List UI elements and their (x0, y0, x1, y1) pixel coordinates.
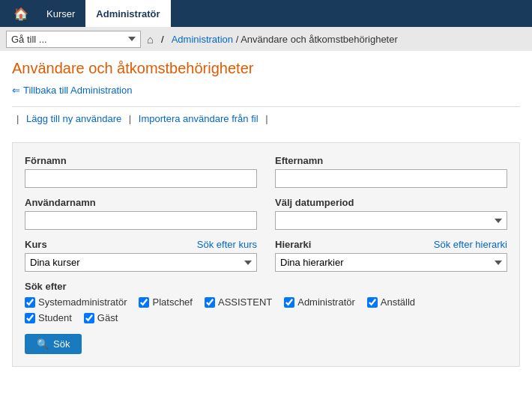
back-link-text: Tillbaka till Administration (23, 85, 132, 96)
kurs-search-link[interactable]: Sök efter kurs (197, 239, 257, 250)
back-arrow-icon: ⇐ (12, 85, 20, 96)
kurs-label-row: Kurs Sök efter kurs (25, 239, 257, 250)
import-users-link[interactable]: Importera användare från fil (139, 113, 259, 124)
användarnamn-input[interactable] (25, 211, 257, 230)
sök-efter-label: Sök efter (25, 281, 507, 292)
back-link[interactable]: ⇐ Tillbaka till Administration (12, 85, 132, 96)
checkbox-gäst-input[interactable] (84, 313, 94, 323)
checkbox-assistent-input[interactable] (205, 297, 215, 308)
nav-administrator[interactable]: Administratör (85, 0, 170, 27)
datumperiod-label: Välj datumperiod (275, 197, 507, 208)
action-bar: | Lägg till ny användare | Importera anv… (12, 106, 520, 130)
breadcrumb: Administration / Användare och åtkomstbe… (172, 34, 398, 45)
form-row-3: Kurs Sök efter kurs Dina kurser Hierarki… (25, 239, 507, 272)
breadcrumb-bar: Gå till ... ⌂ / Administration / Använda… (0, 27, 532, 51)
efternamn-group: Efternamn (275, 155, 507, 188)
hierarki-label-row: Hierarki Sök efter hierarki (275, 239, 507, 250)
checkbox-platschef-input[interactable] (139, 297, 149, 308)
checkbox-anställd-label: Anställd (381, 296, 415, 308)
breadcrumb-home-icon: ⌂ (147, 33, 154, 46)
efternamn-input[interactable] (275, 169, 507, 188)
checkbox-row-2: Student Gäst (25, 312, 507, 323)
form-row-1: Förnamn Efternamn (25, 155, 507, 188)
goto-select[interactable]: Gå till ... (6, 31, 141, 48)
search-icon: 🔍 (37, 338, 49, 350)
användarnamn-group: Användarnamn (25, 197, 257, 230)
datumperiod-group: Välj datumperiod (275, 197, 507, 230)
fornamn-group: Förnamn (25, 155, 257, 188)
checkbox-student[interactable]: Student (25, 312, 72, 323)
checkbox-anställd-input[interactable] (367, 297, 378, 308)
kurs-select[interactable]: Dina kurser (25, 253, 257, 272)
nav-administrator-label: Administratör (96, 8, 160, 19)
efternamn-label: Efternamn (275, 155, 507, 166)
checkbox-platschef[interactable]: Platschef (139, 296, 192, 308)
checkbox-assistent-label: ASSISTENT (218, 296, 272, 308)
breadcrumb-current: Användare och åtkomstbehörigheter (241, 34, 398, 45)
add-user-link[interactable]: Lägg till ny användare (26, 113, 121, 124)
kurs-group: Kurs Sök efter kurs Dina kurser (25, 239, 257, 272)
hierarki-group: Hierarki Sök efter hierarki Dina hierark… (275, 239, 507, 272)
checkbox-systemadmin-label: Systemadministratör (38, 296, 127, 308)
hierarki-search-link[interactable]: Sök efter hierarki (434, 239, 507, 250)
checkbox-systemadmin[interactable]: Systemadministratör (25, 296, 127, 308)
main-content: Användare och åtkomstbehörigheter ⇐ Till… (0, 51, 532, 376)
search-form: Förnamn Efternamn Användarnamn Välj datu… (12, 142, 520, 367)
fornamn-input[interactable] (25, 169, 257, 188)
checkbox-student-input[interactable] (25, 313, 35, 323)
checkbox-row-1: Systemadministratör Platschef ASSISTENT … (25, 296, 507, 308)
checkbox-administrator[interactable]: Administratör (284, 296, 355, 308)
breadcrumb-sep-1: / (161, 34, 164, 45)
page-title: Användare och åtkomstbehörigheter (12, 60, 520, 77)
sök-efter-section: Sök efter Systemadministratör Platschef … (25, 281, 507, 323)
home-button[interactable]: 🏠 (6, 0, 36, 27)
checkbox-administrator-input[interactable] (284, 297, 294, 308)
fornamn-label: Förnamn (25, 155, 257, 166)
search-button-label: Sök (53, 338, 70, 350)
checkbox-gäst[interactable]: Gäst (84, 312, 118, 323)
top-nav: 🏠 Kurser Administratör (0, 0, 532, 27)
checkbox-anställd[interactable]: Anställd (367, 296, 415, 308)
checkbox-systemadmin-input[interactable] (25, 297, 35, 308)
action-sep-mid: | (129, 113, 131, 124)
search-button[interactable]: 🔍 Sök (25, 334, 82, 354)
datumperiod-select[interactable] (275, 211, 507, 230)
hierarki-label: Hierarki (275, 239, 311, 250)
användarnamn-label: Användarnamn (25, 197, 257, 208)
checkbox-gäst-label: Gäst (97, 312, 118, 323)
hierarki-select[interactable]: Dina hierarkier (275, 253, 507, 272)
breadcrumb-admin-link[interactable]: Administration (172, 34, 233, 45)
nav-kurser-label: Kurser (46, 8, 75, 19)
action-sep-left: | (16, 113, 19, 124)
checkbox-assistent[interactable]: ASSISTENT (205, 296, 272, 308)
form-row-2: Användarnamn Välj datumperiod (25, 197, 507, 230)
checkbox-student-label: Student (38, 312, 72, 323)
checkbox-administrator-label: Administratör (297, 296, 355, 308)
kurs-label: Kurs (25, 239, 47, 250)
nav-kurser[interactable]: Kurser (36, 0, 85, 27)
action-sep-right: | (265, 113, 267, 124)
home-icon: 🏠 (13, 7, 28, 21)
checkbox-platschef-label: Platschef (152, 296, 192, 308)
